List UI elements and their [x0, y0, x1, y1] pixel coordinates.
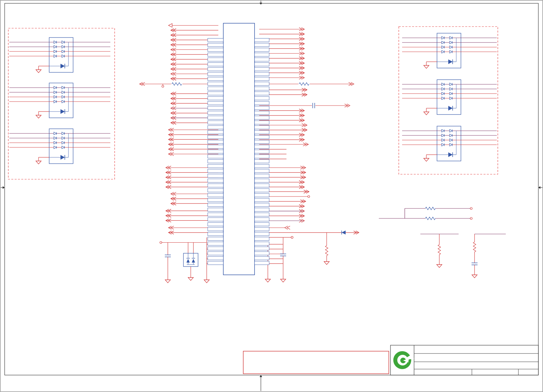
ic-pin	[208, 222, 223, 226]
ic-pin	[255, 174, 269, 178]
ic-pin	[208, 247, 223, 250]
ic-pin	[255, 140, 269, 144]
ic-pin	[255, 125, 269, 129]
ic-pin	[208, 155, 223, 158]
ic-pin	[208, 145, 223, 149]
ic-pin	[208, 174, 223, 178]
ic-pin	[208, 160, 223, 163]
ic-pin	[255, 87, 269, 91]
ic-pin	[208, 63, 223, 66]
ic-pin	[255, 252, 269, 255]
ic-pin	[255, 198, 269, 202]
ic-pin	[255, 92, 269, 95]
ic-pin	[208, 203, 223, 207]
ground-icon	[188, 277, 193, 280]
terminal-icon	[470, 207, 472, 209]
ic-pin	[255, 135, 269, 139]
ic-pin	[208, 106, 223, 110]
ground-icon	[424, 112, 429, 115]
ic-pin	[208, 53, 223, 56]
ic-pin	[255, 155, 269, 158]
ic-pin	[255, 169, 269, 173]
ic-pin	[255, 97, 269, 100]
center-tick-icon	[260, 375, 262, 377]
ic-pin	[208, 169, 223, 173]
ic-pin	[255, 208, 269, 212]
ic-pin	[208, 213, 223, 216]
ic-pin	[255, 203, 269, 207]
ic-pin	[255, 111, 269, 115]
ic-pin	[255, 67, 269, 71]
ic-pin	[255, 58, 269, 61]
ground-icon	[472, 275, 477, 278]
ic-pin	[255, 150, 269, 153]
ground-icon	[165, 280, 170, 283]
ic-pin	[208, 184, 223, 188]
ic-pin	[255, 179, 269, 183]
terminal-icon	[308, 196, 310, 197]
ground-icon	[424, 65, 429, 68]
resistor-icon	[325, 246, 328, 256]
ic-pin	[255, 222, 269, 226]
ic-pin	[208, 194, 223, 197]
ic-pin	[255, 63, 269, 66]
ic-pin	[255, 189, 269, 192]
ic-pin	[255, 160, 269, 163]
ic-pin	[255, 77, 269, 81]
resistor-icon	[473, 242, 476, 252]
ic-pin	[255, 130, 269, 134]
ic-pin	[255, 72, 269, 76]
ic-pin	[255, 106, 269, 110]
ic-pin	[255, 39, 269, 42]
ic-pin	[208, 92, 223, 95]
resistor-icon	[425, 207, 435, 210]
ic-pin	[208, 48, 223, 52]
ic-pin	[255, 145, 269, 149]
schematic-canvas	[0, 0, 543, 392]
diode-array-component	[402, 33, 497, 68]
capacitor-icon	[313, 103, 315, 108]
diode-icon	[342, 231, 346, 235]
resistor-icon	[438, 245, 441, 255]
ground-icon	[437, 265, 442, 268]
ic-pin	[208, 257, 223, 260]
page-frame	[0, 0, 543, 392]
ic-pin	[208, 39, 223, 42]
resistor-icon	[172, 83, 182, 85]
ic-pin	[255, 194, 269, 197]
ic-pin	[208, 101, 223, 105]
tvs-diode-pair	[183, 253, 198, 267]
ic-pin	[208, 189, 223, 192]
ground-icon	[324, 262, 329, 265]
ic-pin	[255, 247, 269, 250]
ic-pin	[255, 48, 269, 52]
diode-array-component	[9, 83, 110, 118]
off-page-arrow-icon	[168, 24, 172, 27]
ic-pin	[255, 116, 269, 119]
ground-icon	[36, 70, 41, 73]
ic-pin	[255, 261, 269, 265]
ic-pin	[255, 218, 269, 221]
diode-array-component	[9, 38, 110, 73]
ground-icon	[424, 158, 429, 161]
schematic-sheet	[0, 0, 543, 392]
ic-pin	[208, 135, 223, 139]
ic-pin	[208, 232, 223, 236]
ic-body	[223, 23, 255, 275]
ic-pin	[255, 232, 269, 236]
capacitor-icon	[472, 263, 478, 265]
ground-icon	[280, 279, 286, 282]
terminal-icon	[162, 85, 164, 87]
ic-pin	[208, 77, 223, 81]
ground-icon	[36, 115, 41, 118]
diode-array-component	[9, 129, 110, 164]
ic-pin	[208, 150, 223, 153]
terminal-icon	[470, 217, 472, 219]
capacitor-icon	[280, 254, 286, 256]
resistor-icon	[425, 217, 435, 220]
ic-pin	[255, 53, 269, 56]
ic-pin	[208, 116, 223, 119]
resistor-icon	[299, 83, 309, 85]
ic-pin	[208, 218, 223, 221]
title-block	[390, 345, 538, 375]
